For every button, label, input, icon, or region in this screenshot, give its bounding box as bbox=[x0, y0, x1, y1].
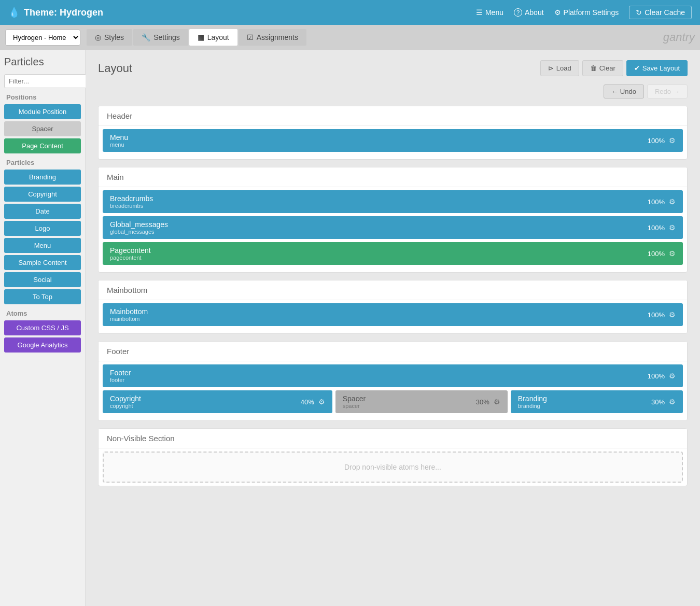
sidebar-item-copyright[interactable]: Copyright bbox=[4, 187, 81, 202]
clear-cache-button[interactable]: ↻ Clear Cache bbox=[629, 6, 692, 19]
theme-dropdown[interactable]: Hydrogen - Home bbox=[5, 30, 80, 46]
layout-page-title: Layout bbox=[98, 62, 132, 75]
pagecontent-gear-icon[interactable]: ⚙ bbox=[669, 249, 676, 258]
mainbottom-row[interactable]: Mainbottom mainbottom 100% ⚙ bbox=[103, 303, 683, 326]
undo-button[interactable]: ← Undo bbox=[604, 84, 644, 98]
main-section-label: Main bbox=[99, 167, 687, 187]
footer-section-inner: Footer footer 100% ⚙ Copyright copyright bbox=[99, 364, 687, 420]
sidebar-particles-section: Particles Branding Copyright Date Logo M… bbox=[4, 159, 81, 304]
subnav: Hydrogen - Home ◎ Styles 🔧 Settings ▦ La… bbox=[0, 25, 700, 50]
mainbottom-gear-icon[interactable]: ⚙ bbox=[669, 311, 676, 319]
main-content: Layout ⊳ Load 🗑 Clear ✔ Save Layout ← bbox=[86, 50, 700, 606]
save-layout-button[interactable]: ✔ Save Layout bbox=[626, 60, 688, 76]
main-section: Main Breadcrumbs breadcrumbs 100% ⚙ Glob… bbox=[98, 167, 688, 273]
sidebar-positions-section: Positions Module Position Spacer Page Co… bbox=[4, 93, 81, 153]
global-messages-row[interactable]: Global_messages global_messages 100% ⚙ bbox=[103, 216, 683, 239]
spacer-gear-icon[interactable]: ⚙ bbox=[494, 398, 500, 406]
sidebar-item-spacer[interactable]: Spacer bbox=[4, 121, 81, 136]
spacer-col[interactable]: Spacer spacer 30% ⚙ bbox=[335, 390, 508, 413]
atoms-label: Atoms bbox=[6, 309, 81, 317]
assign-icon: ☑ bbox=[247, 33, 254, 41]
header-section-inner: Menu menu 100% ⚙ bbox=[99, 129, 687, 159]
sidebar-item-menu[interactable]: Menu bbox=[4, 238, 81, 253]
breadcrumbs-gear-icon[interactable]: ⚙ bbox=[669, 198, 676, 206]
theme-title: Theme: Hydrogen bbox=[24, 7, 103, 18]
undo-icon: ← bbox=[611, 88, 618, 95]
settings2-icon: 🔧 bbox=[142, 33, 150, 41]
about-icon: ? bbox=[514, 8, 522, 17]
subnav-tabs: ◎ Styles 🔧 Settings ▦ Layout ☑ Assignmen… bbox=[87, 29, 306, 46]
sidebar-item-sample-content[interactable]: Sample Content bbox=[4, 255, 81, 270]
tab-layout[interactable]: ▦ Layout bbox=[189, 29, 237, 46]
sidebar-item-custom-css-js[interactable]: Custom CSS / JS bbox=[4, 320, 81, 335]
branding-gear-icon[interactable]: ⚙ bbox=[669, 398, 676, 406]
particles-heading: Particles bbox=[4, 56, 81, 68]
undo-redo-row: ← Undo Redo → bbox=[98, 84, 688, 98]
mainbottom-section-inner: Mainbottom mainbottom 100% ⚙ bbox=[99, 303, 687, 333]
topbar: 💧 Theme: Hydrogen ☰ Menu ? About ⚙ Platf… bbox=[0, 0, 700, 25]
sidebar-item-branding[interactable]: Branding bbox=[4, 170, 81, 185]
load-button[interactable]: ⊳ Load bbox=[540, 60, 579, 76]
breadcrumbs-row[interactable]: Breadcrumbs breadcrumbs 100% ⚙ bbox=[103, 190, 683, 213]
platform-settings-link[interactable]: ⚙ Platform Settings bbox=[554, 8, 619, 17]
branding-col[interactable]: Branding branding 30% ⚙ bbox=[511, 390, 683, 413]
tab-styles[interactable]: ◎ Styles bbox=[87, 29, 132, 46]
clear-cache-icon: ↻ bbox=[636, 8, 642, 17]
tab-settings[interactable]: 🔧 Settings bbox=[133, 29, 188, 46]
non-visible-section-label: Non-Visible Section bbox=[99, 429, 687, 448]
sidebar-item-to-top[interactable]: To Top bbox=[4, 289, 81, 304]
header-menu-info: Menu menu bbox=[110, 133, 128, 148]
platform-settings-icon: ⚙ bbox=[554, 8, 561, 17]
droplet-icon: 💧 bbox=[8, 7, 20, 18]
copyright-gear-icon[interactable]: ⚙ bbox=[318, 398, 325, 406]
sidebar-item-logo[interactable]: Logo bbox=[4, 221, 81, 236]
header-menu-gear-icon[interactable]: ⚙ bbox=[669, 136, 676, 145]
main-section-inner: Breadcrumbs breadcrumbs 100% ⚙ Global_me… bbox=[99, 190, 687, 272]
gantry-logo: gantry bbox=[663, 31, 695, 44]
mainbottom-section-label: Mainbottom bbox=[99, 280, 687, 300]
footer-gear-icon[interactable]: ⚙ bbox=[669, 372, 676, 380]
sidebar: Particles 🔍 Positions Module Position Sp… bbox=[0, 50, 86, 606]
sidebar-atoms-section: Atoms Custom CSS / JS Google Analytics bbox=[4, 309, 81, 353]
layout-actions: ⊳ Load 🗑 Clear ✔ Save Layout bbox=[540, 60, 688, 76]
sidebar-item-module-position[interactable]: Module Position bbox=[4, 104, 81, 119]
tab-assignments[interactable]: ☑ Assignments bbox=[239, 29, 306, 46]
non-visible-section: Non-Visible Section Drop non-visible ato… bbox=[98, 428, 688, 486]
redo-button[interactable]: Redo → bbox=[647, 84, 688, 98]
sidebar-item-date[interactable]: Date bbox=[4, 204, 81, 219]
footer-section: Footer Footer footer 100% ⚙ bbox=[98, 341, 688, 421]
layout-icon: ▦ bbox=[198, 33, 204, 41]
load-icon: ⊳ bbox=[548, 64, 554, 72]
sidebar-item-social[interactable]: Social bbox=[4, 272, 81, 287]
particles-label: Particles bbox=[6, 159, 81, 166]
topbar-nav: ☰ Menu ? About ⚙ Platform Settings ↻ Cle… bbox=[476, 6, 692, 19]
topbar-title: 💧 Theme: Hydrogen bbox=[8, 7, 476, 18]
header-menu-row[interactable]: Menu menu 100% ⚙ bbox=[103, 129, 683, 152]
header-section: Header Menu menu 100% ⚙ bbox=[98, 106, 688, 160]
copyright-col[interactable]: Copyright copyright 40% ⚙ bbox=[103, 390, 332, 413]
positions-label: Positions bbox=[6, 93, 81, 101]
app-body: Particles 🔍 Positions Module Position Sp… bbox=[0, 50, 700, 606]
menu-icon: ☰ bbox=[476, 8, 483, 17]
header-section-label: Header bbox=[99, 106, 687, 126]
layout-header: Layout ⊳ Load 🗑 Clear ✔ Save Layout bbox=[98, 60, 688, 76]
styles-icon: ◎ bbox=[95, 33, 101, 41]
menu-nav-link[interactable]: ☰ Menu bbox=[476, 8, 503, 17]
sidebar-item-page-content[interactable]: Page Content bbox=[4, 138, 81, 153]
trash-icon: 🗑 bbox=[590, 64, 597, 72]
redo-icon: → bbox=[673, 88, 680, 95]
sidebar-item-google-analytics[interactable]: Google Analytics bbox=[4, 337, 81, 353]
filter-row: 🔍 bbox=[4, 74, 81, 88]
clear-button[interactable]: 🗑 Clear bbox=[582, 60, 623, 76]
pagecontent-row[interactable]: Pagecontent pagecontent 100% ⚙ bbox=[103, 242, 683, 265]
mainbottom-section: Mainbottom Mainbottom mainbottom 100% ⚙ bbox=[98, 280, 688, 334]
footer-section-label: Footer bbox=[99, 342, 687, 361]
drop-zone[interactable]: Drop non-visible atoms here... bbox=[103, 452, 683, 483]
about-nav-link[interactable]: ? About bbox=[514, 8, 544, 17]
footer-multi-row: Copyright copyright 40% ⚙ Spacer spacer bbox=[103, 390, 683, 413]
footer-row[interactable]: Footer footer 100% ⚙ bbox=[103, 364, 683, 387]
global-messages-gear-icon[interactable]: ⚙ bbox=[669, 223, 676, 232]
check-icon: ✔ bbox=[634, 64, 640, 72]
header-menu-pct: 100% ⚙ bbox=[648, 136, 676, 145]
